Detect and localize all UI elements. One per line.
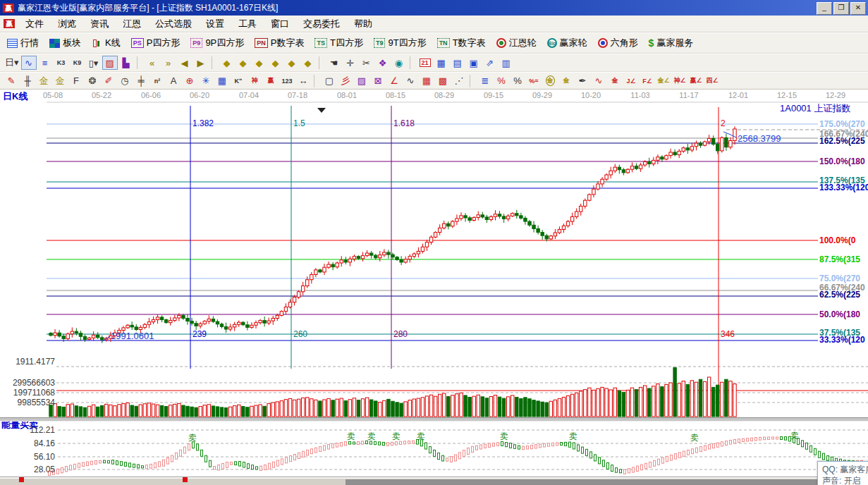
gann-level-label: 33.33%(120 [819, 335, 865, 345]
candle [729, 140, 732, 147]
indicator-mark [281, 459, 283, 465]
volume-bar [652, 386, 655, 417]
candle [87, 338, 90, 339]
indicator-mark [654, 460, 656, 466]
indicator-mark [531, 446, 533, 449]
indicator-mark [205, 455, 207, 462]
candle [365, 253, 368, 256]
candle [575, 211, 577, 216]
volume-bar [601, 387, 604, 417]
candle [293, 297, 295, 302]
candle [164, 320, 167, 323]
volume-bar [520, 398, 522, 417]
volume-bar [498, 397, 501, 417]
candle [297, 292, 300, 297]
indicator-mark [163, 460, 165, 466]
volume-bar [618, 391, 621, 417]
scroll-thumb[interactable] [346, 479, 868, 485]
volume-bar [400, 403, 403, 417]
indicator-mark [599, 458, 601, 464]
candle [139, 327, 142, 329]
gann-level-label: 175.0%(270 [819, 119, 865, 129]
volume-bar [678, 383, 680, 417]
indicator-mark [129, 463, 131, 467]
indicator-mark [577, 445, 580, 451]
sell-signal-label: 卖 [569, 431, 577, 443]
volume-bar [331, 400, 334, 417]
indicator-mark [425, 443, 427, 449]
candle [652, 160, 655, 164]
volume-bar [438, 394, 441, 417]
service-status-popup[interactable]: QQ: 赢家客服 声音: 开启 [817, 461, 868, 485]
qq-service-line: QQ: 赢家客服 [822, 464, 868, 475]
volume-bar [725, 379, 728, 417]
volume-bar [690, 381, 693, 417]
indicator-mark [611, 465, 613, 472]
volume-bar [169, 405, 172, 417]
candle [711, 138, 714, 144]
indicator-mark [379, 442, 381, 445]
volume-bar [246, 407, 249, 417]
volume-bar [83, 407, 86, 417]
candle [725, 137, 728, 147]
volume-bar [357, 400, 360, 417]
indicator-mark [637, 466, 639, 471]
indicator-mark [607, 462, 609, 469]
volume-bar [396, 403, 398, 417]
candle [464, 216, 467, 218]
candle [554, 233, 556, 236]
candle [481, 215, 484, 217]
indicator-mark [810, 446, 812, 452]
indicator-mark [57, 469, 59, 474]
volume-bar [71, 404, 73, 417]
horizontal-scroll-strip[interactable] [0, 478, 868, 485]
volume-bar [348, 400, 351, 417]
date-tick: 05-22 [92, 91, 111, 99]
candle [353, 257, 355, 259]
candle [429, 237, 432, 242]
indicator-mark [535, 445, 537, 448]
indicator-mark [459, 453, 461, 459]
candle [160, 317, 163, 320]
candle [438, 228, 441, 232]
volume-bar [703, 381, 706, 417]
candle [545, 235, 548, 239]
indicator-mark [264, 465, 267, 470]
date-tick: 12-15 [777, 91, 797, 99]
indicator-mark [442, 455, 444, 461]
indicator-mark [214, 467, 216, 469]
gann-level-label: 75.0%(270 [819, 274, 860, 283]
candle [284, 307, 287, 311]
indicator-mark [159, 462, 161, 467]
symbol-label: 1A0001 上证指数 [780, 104, 868, 113]
volume-bar [673, 367, 676, 417]
date-tick: 06-20 [190, 91, 209, 99]
volume-bar [699, 379, 702, 417]
candle [412, 254, 415, 257]
candle [682, 148, 685, 152]
indicator-mark [429, 447, 432, 453]
volume-bar [524, 398, 527, 417]
candle [468, 218, 471, 221]
candle [597, 184, 599, 189]
candle [348, 259, 351, 262]
candle [494, 214, 496, 217]
indicator-mark [70, 465, 72, 470]
volume-bar [353, 398, 355, 417]
sell-signal-label: 卖 [392, 431, 401, 443]
indicator-mark [66, 466, 68, 471]
candle [541, 233, 544, 236]
bottom-separator [0, 477, 868, 477]
indicator-mark [95, 460, 97, 464]
candle [686, 148, 689, 150]
indicator-mark [649, 462, 652, 467]
indicator-mark [480, 445, 482, 449]
chart-canvas[interactable] [0, 0, 868, 485]
candle [288, 302, 291, 307]
indicator-mark [819, 451, 821, 458]
volume-bar [114, 406, 116, 417]
indicator-mark [738, 439, 740, 443]
date-tick: 08-29 [434, 91, 454, 99]
candle [622, 170, 625, 173]
indicator-mark [518, 446, 520, 449]
